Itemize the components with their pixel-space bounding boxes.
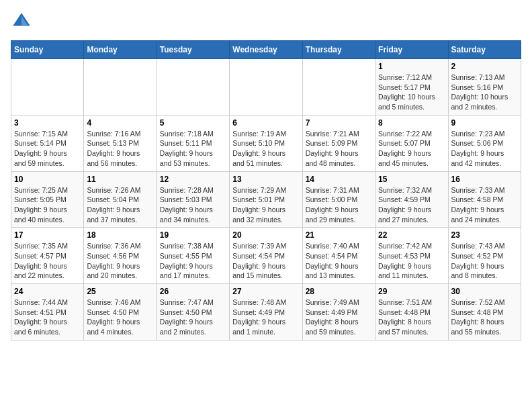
calendar-body: 1Sunrise: 7:12 AM Sunset: 5:17 PM Daylig… xyxy=(11,59,521,340)
calendar-cell: 18Sunrise: 7:36 AM Sunset: 4:56 PM Dayli… xyxy=(84,228,157,284)
calendar-week-row: 17Sunrise: 7:35 AM Sunset: 4:57 PM Dayli… xyxy=(11,228,521,284)
day-info: Sunrise: 7:29 AM Sunset: 5:01 PM Dayligh… xyxy=(232,185,299,225)
day-info: Sunrise: 7:31 AM Sunset: 5:00 PM Dayligh… xyxy=(306,185,372,225)
day-info: Sunrise: 7:52 AM Sunset: 4:48 PM Dayligh… xyxy=(451,298,518,337)
day-info: Sunrise: 7:23 AM Sunset: 5:06 PM Dayligh… xyxy=(451,129,518,169)
day-info: Sunrise: 7:35 AM Sunset: 4:57 PM Dayligh… xyxy=(14,241,81,281)
day-info: Sunrise: 7:28 AM Sunset: 5:03 PM Dayligh… xyxy=(160,185,226,225)
svg-marker-1 xyxy=(21,16,28,26)
day-number: 8 xyxy=(378,118,445,128)
day-info: Sunrise: 7:19 AM Sunset: 5:10 PM Dayligh… xyxy=(232,129,299,169)
calendar-cell xyxy=(157,59,229,116)
calendar-cell: 19Sunrise: 7:38 AM Sunset: 4:55 PM Dayli… xyxy=(157,228,229,284)
calendar-cell: 7Sunrise: 7:21 AM Sunset: 5:09 PM Daylig… xyxy=(302,115,375,171)
logo xyxy=(11,11,35,32)
day-number: 16 xyxy=(451,175,518,184)
calendar-cell xyxy=(11,59,84,116)
calendar-cell: 24Sunrise: 7:44 AM Sunset: 4:51 PM Dayli… xyxy=(11,284,84,340)
day-number: 17 xyxy=(14,230,81,240)
day-info: Sunrise: 7:22 AM Sunset: 5:07 PM Dayligh… xyxy=(378,129,445,169)
calendar-cell: 11Sunrise: 7:26 AM Sunset: 5:04 PM Dayli… xyxy=(84,171,157,228)
calendar-cell: 27Sunrise: 7:48 AM Sunset: 4:49 PM Dayli… xyxy=(230,284,302,340)
calendar-cell xyxy=(302,59,375,116)
day-info: Sunrise: 7:32 AM Sunset: 4:59 PM Dayligh… xyxy=(378,185,445,225)
day-number: 5 xyxy=(160,118,226,128)
calendar-week-row: 24Sunrise: 7:44 AM Sunset: 4:51 PM Dayli… xyxy=(11,284,521,340)
day-info: Sunrise: 7:49 AM Sunset: 4:49 PM Dayligh… xyxy=(306,298,372,337)
calendar-cell: 30Sunrise: 7:52 AM Sunset: 4:48 PM Dayli… xyxy=(448,284,521,340)
calendar-cell: 14Sunrise: 7:31 AM Sunset: 5:00 PM Dayli… xyxy=(302,171,375,228)
day-number: 11 xyxy=(87,175,153,184)
calendar-cell: 13Sunrise: 7:29 AM Sunset: 5:01 PM Dayli… xyxy=(230,171,302,228)
day-number: 19 xyxy=(160,230,226,240)
day-number: 28 xyxy=(306,287,372,296)
day-info: Sunrise: 7:42 AM Sunset: 4:53 PM Dayligh… xyxy=(378,241,445,281)
day-info: Sunrise: 7:26 AM Sunset: 5:04 PM Dayligh… xyxy=(87,185,153,225)
calendar-cell: 3Sunrise: 7:15 AM Sunset: 5:14 PM Daylig… xyxy=(11,115,84,171)
calendar-cell: 10Sunrise: 7:25 AM Sunset: 5:05 PM Dayli… xyxy=(11,171,84,228)
weekday-header: Monday xyxy=(84,41,157,59)
calendar-table: SundayMondayTuesdayWednesdayThursdayFrid… xyxy=(11,40,521,340)
day-number: 15 xyxy=(378,175,445,184)
day-info: Sunrise: 7:38 AM Sunset: 4:55 PM Dayligh… xyxy=(160,241,226,281)
day-number: 24 xyxy=(14,287,81,296)
weekday-header: Friday xyxy=(375,41,448,59)
calendar-cell: 28Sunrise: 7:49 AM Sunset: 4:49 PM Dayli… xyxy=(302,284,375,340)
calendar-cell: 1Sunrise: 7:12 AM Sunset: 5:17 PM Daylig… xyxy=(375,59,448,116)
weekday-header: Sunday xyxy=(11,41,84,59)
calendar-cell: 16Sunrise: 7:33 AM Sunset: 4:58 PM Dayli… xyxy=(448,171,521,228)
calendar-week-row: 3Sunrise: 7:15 AM Sunset: 5:14 PM Daylig… xyxy=(11,115,521,171)
day-info: Sunrise: 7:44 AM Sunset: 4:51 PM Dayligh… xyxy=(14,298,81,337)
day-info: Sunrise: 7:18 AM Sunset: 5:11 PM Dayligh… xyxy=(160,129,226,169)
day-number: 13 xyxy=(232,175,299,184)
calendar-cell: 2Sunrise: 7:13 AM Sunset: 5:16 PM Daylig… xyxy=(448,59,521,116)
day-number: 14 xyxy=(306,175,372,184)
calendar-cell: 20Sunrise: 7:39 AM Sunset: 4:54 PM Dayli… xyxy=(230,228,302,284)
day-number: 30 xyxy=(451,287,518,296)
day-info: Sunrise: 7:40 AM Sunset: 4:54 PM Dayligh… xyxy=(306,241,372,281)
day-info: Sunrise: 7:43 AM Sunset: 4:52 PM Dayligh… xyxy=(451,241,518,281)
day-number: 12 xyxy=(160,175,226,184)
logo-icon xyxy=(11,11,32,32)
day-number: 20 xyxy=(232,230,299,240)
day-number: 27 xyxy=(232,287,299,296)
calendar-cell: 26Sunrise: 7:47 AM Sunset: 4:50 PM Dayli… xyxy=(157,284,229,340)
day-info: Sunrise: 7:36 AM Sunset: 4:56 PM Dayligh… xyxy=(87,241,153,281)
day-number: 29 xyxy=(378,287,445,296)
day-number: 25 xyxy=(87,287,153,296)
day-number: 9 xyxy=(451,118,518,128)
day-number: 7 xyxy=(306,118,372,128)
calendar-cell: 17Sunrise: 7:35 AM Sunset: 4:57 PM Dayli… xyxy=(11,228,84,284)
calendar-cell: 15Sunrise: 7:32 AM Sunset: 4:59 PM Dayli… xyxy=(375,171,448,228)
day-info: Sunrise: 7:12 AM Sunset: 5:17 PM Dayligh… xyxy=(378,73,445,112)
day-info: Sunrise: 7:25 AM Sunset: 5:05 PM Dayligh… xyxy=(14,185,81,225)
day-number: 21 xyxy=(306,230,372,240)
calendar-cell: 9Sunrise: 7:23 AM Sunset: 5:06 PM Daylig… xyxy=(448,115,521,171)
day-info: Sunrise: 7:15 AM Sunset: 5:14 PM Dayligh… xyxy=(14,129,81,169)
calendar-week-row: 10Sunrise: 7:25 AM Sunset: 5:05 PM Dayli… xyxy=(11,171,521,228)
calendar-cell: 6Sunrise: 7:19 AM Sunset: 5:10 PM Daylig… xyxy=(230,115,302,171)
weekday-header: Tuesday xyxy=(157,41,229,59)
weekday-header: Wednesday xyxy=(230,41,302,59)
day-number: 23 xyxy=(451,230,518,240)
day-info: Sunrise: 7:47 AM Sunset: 4:50 PM Dayligh… xyxy=(160,298,226,337)
day-number: 3 xyxy=(14,118,81,128)
calendar-cell: 25Sunrise: 7:46 AM Sunset: 4:50 PM Dayli… xyxy=(84,284,157,340)
day-number: 18 xyxy=(87,230,153,240)
day-info: Sunrise: 7:48 AM Sunset: 4:49 PM Dayligh… xyxy=(232,298,299,337)
day-info: Sunrise: 7:33 AM Sunset: 4:58 PM Dayligh… xyxy=(451,185,518,225)
day-number: 26 xyxy=(160,287,226,296)
day-info: Sunrise: 7:16 AM Sunset: 5:13 PM Dayligh… xyxy=(87,129,153,169)
day-number: 1 xyxy=(378,62,445,71)
calendar-cell: 5Sunrise: 7:18 AM Sunset: 5:11 PM Daylig… xyxy=(157,115,229,171)
day-number: 10 xyxy=(14,175,81,184)
weekday-header: Thursday xyxy=(302,41,375,59)
day-info: Sunrise: 7:46 AM Sunset: 4:50 PM Dayligh… xyxy=(87,298,153,337)
calendar-week-row: 1Sunrise: 7:12 AM Sunset: 5:17 PM Daylig… xyxy=(11,59,521,116)
calendar-cell: 4Sunrise: 7:16 AM Sunset: 5:13 PM Daylig… xyxy=(84,115,157,171)
day-info: Sunrise: 7:13 AM Sunset: 5:16 PM Dayligh… xyxy=(451,73,518,112)
calendar-cell xyxy=(84,59,157,116)
calendar-cell: 23Sunrise: 7:43 AM Sunset: 4:52 PM Dayli… xyxy=(448,228,521,284)
weekday-header: Saturday xyxy=(448,41,521,59)
day-number: 6 xyxy=(232,118,299,128)
